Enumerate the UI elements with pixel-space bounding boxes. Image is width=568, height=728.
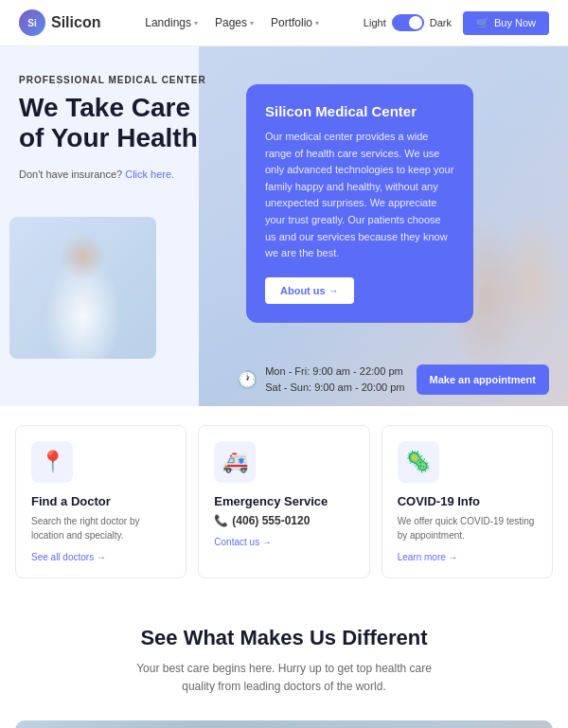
theme-dark-label: Dark: [430, 17, 452, 28]
card-title: Silicon Medical Center: [265, 103, 454, 119]
find-doctor-icon-wrap: 📍: [31, 441, 73, 483]
clock-icon: 🕐: [237, 369, 257, 390]
covid-icon-wrap: 🦠: [398, 441, 439, 483]
nav-landings[interactable]: Landings ▾: [145, 16, 198, 29]
schedule-times: Mon - Fri: 9:00 am - 22:00 pm Sat - Sun:…: [265, 364, 404, 397]
differentiator-section: See What Makes Us Different Your best ca…: [0, 597, 568, 705]
diff-subtitle: Your best care begins here. Hurry up to …: [133, 660, 435, 696]
hero-info-card: Silicon Medical Center Our medical cente…: [246, 84, 473, 323]
service-card-emergency: 🚑 Emergency Service 📞 (406) 555-0120 Con…: [198, 425, 369, 578]
brand[interactable]: Si Silicon: [19, 9, 100, 36]
toggle-switch[interactable]: [392, 14, 424, 31]
buy-button[interactable]: 🛒 Buy Now: [463, 11, 549, 35]
phone-icon: 📞: [214, 514, 228, 527]
covid-link[interactable]: Learn more →: [398, 552, 537, 562]
service-card-covid: 🦠 COVID-19 Info We offer quick COVID-19 …: [382, 425, 553, 578]
location-icon: 📍: [40, 450, 65, 474]
nav-pages[interactable]: Pages ▾: [215, 16, 254, 29]
find-doctor-link[interactable]: See all doctors →: [31, 552, 170, 562]
chevron-down-icon: ▾: [194, 19, 198, 27]
navbar-right: Light Dark 🛒 Buy Now: [364, 11, 549, 35]
chevron-down-icon: ▾: [315, 19, 319, 27]
hero-insurance: Don't have insurance? Click here.: [19, 169, 246, 180]
virus-icon: 🦠: [405, 450, 431, 474]
find-doctor-desc: Search the right doctor by location and …: [31, 514, 170, 542]
schedule-info: 🕐 Mon - Fri: 9:00 am - 22:00 pm Sat - Su…: [237, 364, 404, 397]
covid-title: COVID-19 Info: [398, 494, 537, 508]
navbar: Si Silicon Landings ▾ Pages ▾ Portfolio …: [0, 0, 568, 46]
nav-links: Landings ▾ Pages ▾ Portfolio ▾: [145, 16, 319, 29]
ambulance-icon: 🚑: [222, 450, 248, 474]
brand-icon: Si: [19, 9, 45, 36]
nav-portfolio[interactable]: Portfolio ▾: [271, 16, 319, 29]
about-us-button[interactable]: About us →: [265, 277, 354, 304]
emergency-icon-wrap: 🚑: [214, 441, 256, 483]
team-image-section: [15, 720, 553, 728]
toggle-knob: [409, 16, 422, 29]
chevron-down-icon: ▾: [250, 19, 254, 27]
cart-icon: 🛒: [476, 17, 489, 29]
schedule-bar: 🕐 Mon - Fri: 9:00 am - 22:00 pm Sat - Su…: [0, 364, 568, 397]
theme-light-label: Light: [364, 17, 386, 28]
appointment-button[interactable]: Make an appointment: [417, 364, 549, 395]
service-card-find-doctor: 📍 Find a Doctor Search the right doctor …: [15, 425, 186, 578]
emergency-phone: 📞 (406) 555-0120: [214, 514, 353, 527]
insurance-link[interactable]: Click here.: [125, 169, 174, 180]
diff-title: See What Makes Us Different: [19, 626, 549, 650]
services-section: 📍 Find a Doctor Search the right doctor …: [0, 406, 568, 597]
hero-section: PROFESSIONAL MEDICAL CENTER We Take Care…: [0, 46, 568, 406]
find-doctor-title: Find a Doctor: [31, 494, 170, 508]
covid-desc: We offer quick COVID-19 testing by appoi…: [398, 514, 537, 542]
emergency-title: Emergency Service: [214, 494, 353, 508]
card-description: Our medical center provides a wide range…: [265, 129, 454, 262]
hero-doctor-image: [9, 217, 156, 359]
hero-title: We Take Care of Your Health: [19, 93, 246, 153]
hero-content: PROFESSIONAL MEDICAL CENTER We Take Care…: [0, 46, 265, 199]
theme-toggle[interactable]: Light Dark: [364, 14, 452, 31]
emergency-link[interactable]: Contact us →: [214, 537, 353, 547]
brand-name: Silicon: [51, 14, 100, 31]
hero-label: PROFESSIONAL MEDICAL CENTER: [19, 75, 246, 85]
